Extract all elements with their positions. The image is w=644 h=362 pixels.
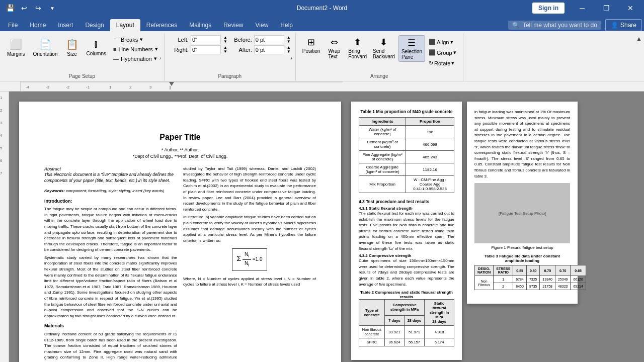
orientation-button[interactable]: 📄 Orientation [30,33,61,61]
svg-text:1: 1 [109,85,112,89]
keywords-text: Keywords: component; formatting; style; … [44,188,177,194]
hyphenation-button[interactable]: — Hyphenation ▾ [111,54,160,63]
collapse-ribbon-button[interactable]: ▲ [636,35,642,42]
search-text: Tell me what you want to do [523,22,597,29]
bring-forward-button[interactable]: ⬆ Bring Forward [346,35,369,61]
svg-text:-4: -4 [26,85,30,89]
columns-icon: ⫿ [94,38,99,50]
wrap-text-icon: ⇔ [331,37,338,48]
share-button[interactable]: 👤 Share [605,19,642,31]
section431-title: 4.3.1 Static flexural strength [359,206,454,211]
document-scroll[interactable]: Paper Title * Author, ** Author, *Dept o… [9,92,644,362]
vertical-ruler: 1234567 [0,92,9,362]
spacing-before-label: Before: [232,37,252,43]
align-button[interactable]: ⬛ Align ▾ [426,37,459,47]
spacing-after-input[interactable]: 0 pt [254,45,284,54]
right-col-para2: in fatigue loading was maintained at 1% … [474,109,570,179]
position-button[interactable]: ⊞ Position [300,35,323,55]
table-row: Water (kg/m³ of concrete)196 [359,126,454,138]
line-numbers-icon: ≡ [113,46,116,52]
rotate-icon: ↻ [429,60,433,66]
section432-title: 4.3.2 Compressive strength [359,253,454,258]
formula-box: Σ Ni Ni =1.0 [232,248,267,270]
table2: Type of concrete Compressive strength in… [359,299,454,346]
table-row: SFRC36.62456.1576.174 [359,338,454,346]
restore-button[interactable]: ❐ [595,0,618,16]
wrap-text-button[interactable]: ⇔ Wrap Text [324,35,345,61]
tab-references[interactable]: References [140,19,183,31]
svg-text:-3: -3 [46,85,50,89]
line-numbers-button[interactable]: ≡ Line Numbers ▾ [111,45,160,53]
close-button[interactable]: ✕ [619,0,642,16]
table-row: Mix ProportionW : CM:Fine Agg : Coarse A… [359,176,454,193]
figure1-image: [Fatigue Test Setup Photo] [499,211,546,216]
paragraph-dialog-launcher[interactable]: ⌟ [287,33,295,81]
svg-text:3: 3 [149,85,152,89]
indent-left-input[interactable]: 0" [191,35,221,44]
ribbon-search[interactable]: 🔍 Tell me what you want to do [508,21,601,30]
abstract-label: Abstract [44,166,177,172]
selection-pane-button[interactable]: ☰ Selection Pane [398,35,425,62]
where-text: Where, N = Number of cycles applied at s… [183,276,316,288]
ribbon-group-page-setup: ⬜ Margins 📄 Orientation 📋 Size ⫿ Columns… [0,33,165,81]
tab-design[interactable]: Design [79,19,110,31]
window-title: Document2 - Word [297,5,347,12]
send-backward-icon: ⬇ [380,37,387,48]
document-area: 1234567 Paper Title * Author, ** Author,… [0,92,644,362]
tab-mailings[interactable]: Mailings [183,19,217,31]
tab-layout[interactable]: Layout [110,19,140,31]
indent-right-input[interactable]: 0" [191,45,221,54]
send-backward-button[interactable]: ⬇ Send Backward [370,35,397,61]
table-row: Coarse Aggregate (kg/m³ of concrete)1182… [359,163,454,176]
breaks-icon: ⋯ [113,36,119,43]
right-col-text: studied by Taylor and Tait (1999) wherea… [183,166,316,213]
breaks-button[interactable]: ⋯ Breaks ▾ [111,35,160,44]
spacing-before-input[interactable]: 0 pt [254,35,284,44]
indent-left-label: Left: [169,37,189,43]
search-icon: 🔍 [512,22,520,29]
svg-text:-2: -2 [66,85,70,89]
margins-button[interactable]: ⬜ Margins [4,33,28,61]
tab-review[interactable]: Review [217,19,249,31]
ribbon-group-paragraph: Left: 0" ▲ ▼ Right: 0" [165,33,296,81]
table3-title: Table 3 Fatigue life data under constant… [474,254,570,263]
indent-left-down-spinner[interactable]: ▼ [223,40,228,44]
table-row: Fine Aggregate (kg/m³ of concrete)465.24… [359,151,454,163]
customize-button[interactable]: ▼ [46,2,58,14]
figure1-caption: Figure 1 Flexural fatigue test setup [474,245,570,250]
table1: Ingredients Proportion Water (kg/m³ of c… [359,117,454,193]
page-setup-dialog-launcher[interactable]: ⌟ [156,33,164,81]
rotate-button[interactable]: ↻ Rotate ▾ [426,58,459,68]
section43-title: 4.3 Test procedure and test results [359,199,454,204]
minimize-button[interactable]: ─ [571,0,594,16]
tab-insert[interactable]: Insert [52,19,79,31]
table3: DESIG-NATION STRESS RATIO 0.85 0.80 0.75… [474,265,586,290]
indent-right-down-spinner[interactable]: ▼ [223,50,228,54]
group-button[interactable]: ⬛ Group ▾ [426,48,459,57]
signin-button[interactable]: Sign in [532,3,565,14]
save-button[interactable]: 💾 [4,2,16,14]
table-row: Non fibrous concrete33.92151.9714.918 [359,326,454,338]
group-dropdown-icon: ▾ [453,49,456,56]
margins-icon: ⬜ [10,38,22,50]
main-page: Paper Title * Author, ** Author, *Dept o… [19,102,341,362]
tab-help[interactable]: Help [274,19,299,31]
table-row: Cement (kg/m³ of concrete)466.098 [359,138,454,151]
columns-button[interactable]: ⫿ Columns [84,33,109,61]
redo-button[interactable]: ↪ [32,2,44,14]
tab-file[interactable]: File [2,19,24,31]
materials-text: Ordinary Portland cement of 53 grade sat… [44,331,177,362]
tab-view[interactable]: View [250,19,275,31]
quick-access-toolbar: 💾 ↩ ↪ ▼ [4,2,58,14]
size-button[interactable]: 📋 Size [63,33,82,61]
ribbon: ⬜ Margins 📄 Orientation 📋 Size ⫿ Columns… [0,31,644,81]
align-dropdown-icon: ▾ [450,39,453,45]
intro-heading: Introduction: [44,198,177,205]
tab-home[interactable]: Home [24,19,52,31]
literature-text: In literature [6] variable amplitude fat… [183,214,316,243]
abstract-text: This electronic document is a "live" tem… [44,172,177,184]
spacing-after-label: After: [232,47,252,53]
table-row: Non Fibrous 167847325193402534966120 [475,276,586,283]
undo-button[interactable]: ↩ [18,2,30,14]
rotate-dropdown-icon: ▾ [451,60,454,66]
